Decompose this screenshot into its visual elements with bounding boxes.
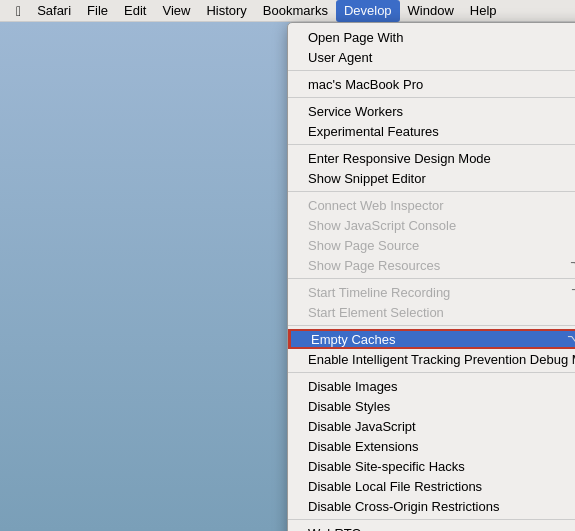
menu-show-js-console[interactable]: Show JavaScript Console ⌥⌘I bbox=[288, 215, 575, 235]
separator-4 bbox=[288, 191, 575, 192]
menubar-edit[interactable]: Edit bbox=[116, 0, 154, 22]
menu-responsive-design-mode[interactable]: Enter Responsive Design Mode ^⌘R bbox=[288, 148, 575, 168]
menu-macbook-pro[interactable]: mac's MacBook Pro bbox=[288, 74, 575, 94]
separator-5 bbox=[288, 278, 575, 279]
develop-menu: Open Page With User Agent mac's MacBook … bbox=[287, 22, 575, 531]
menubar-bookmarks[interactable]: Bookmarks bbox=[255, 0, 336, 22]
menu-experimental-features[interactable]: Experimental Features ▶ bbox=[288, 121, 575, 141]
menu-show-page-source[interactable]: Show Page Source ⌘U bbox=[288, 235, 575, 255]
menu-service-workers[interactable]: Service Workers ▶ bbox=[288, 101, 575, 121]
menubar-develop[interactable]: Develop bbox=[336, 0, 400, 22]
separator-8 bbox=[288, 519, 575, 520]
separator-6 bbox=[288, 325, 575, 326]
menu-snippet-editor[interactable]: Show Snippet Editor bbox=[288, 168, 575, 188]
menubar-help[interactable]: Help bbox=[462, 0, 505, 22]
menubar-file[interactable]: File bbox=[79, 0, 116, 22]
menubar:  Safari File Edit View History Bookmark… bbox=[0, 0, 575, 22]
menu-webrtc[interactable]: WebRTC ▶ bbox=[288, 523, 575, 531]
menu-connect-web-inspector[interactable]: Connect Web Inspector bbox=[288, 195, 575, 215]
menu-show-page-resources[interactable]: Show Page Resources ⌥⌘A bbox=[288, 255, 575, 275]
menu-disable-site-hacks[interactable]: Disable Site-specific Hacks bbox=[288, 456, 575, 476]
menu-disable-extensions[interactable]: Disable Extensions bbox=[288, 436, 575, 456]
menubar-view[interactable]: View bbox=[154, 0, 198, 22]
menu-disable-javascript[interactable]: Disable JavaScript bbox=[288, 416, 575, 436]
menu-start-element-selection[interactable]: Start Element Selection ⌘C bbox=[288, 302, 575, 322]
menubar-history[interactable]: History bbox=[198, 0, 254, 22]
menu-disable-styles[interactable]: Disable Styles bbox=[288, 396, 575, 416]
apple-menu[interactable]:  bbox=[8, 0, 29, 22]
menu-itp-debug[interactable]: Enable Intelligent Tracking Prevention D… bbox=[288, 349, 575, 369]
menu-empty-caches[interactable]: Empty Caches ⌥⌘E bbox=[288, 329, 575, 349]
menu-disable-cross-origin[interactable]: Disable Cross-Origin Restrictions bbox=[288, 496, 575, 516]
menu-disable-local-files[interactable]: Disable Local File Restrictions bbox=[288, 476, 575, 496]
menubar-safari[interactable]: Safari bbox=[29, 0, 79, 22]
menu-start-timeline[interactable]: Start Timeline Recording ⌥⌘T bbox=[288, 282, 575, 302]
menu-disable-images[interactable]: Disable Images bbox=[288, 376, 575, 396]
separator-3 bbox=[288, 144, 575, 145]
menubar-window[interactable]: Window bbox=[400, 0, 462, 22]
separator-2 bbox=[288, 97, 575, 98]
menu-user-agent[interactable]: User Agent bbox=[288, 47, 575, 67]
separator-1 bbox=[288, 70, 575, 71]
separator-7 bbox=[288, 372, 575, 373]
menu-open-page-with[interactable]: Open Page With bbox=[288, 27, 575, 47]
